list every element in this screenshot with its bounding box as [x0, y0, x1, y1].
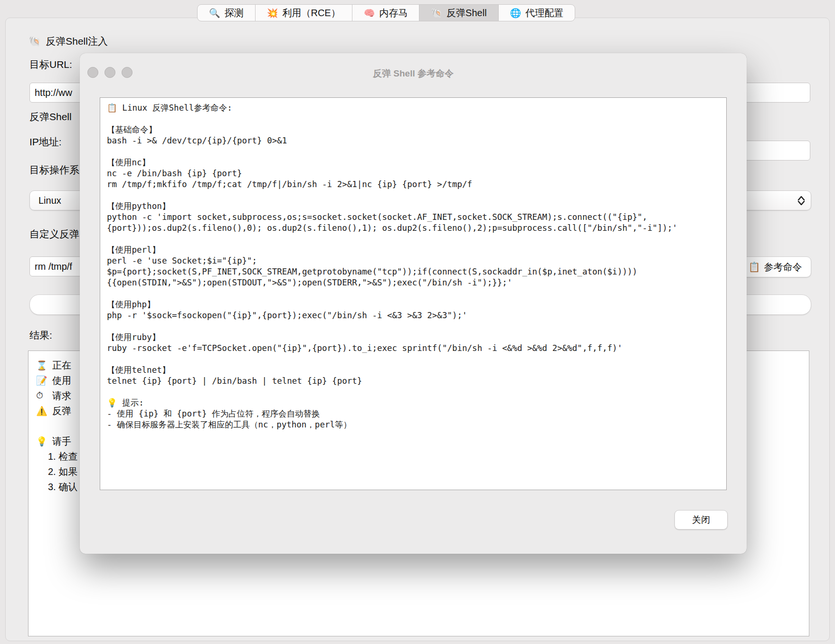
tab-exploit-rce[interactable]: 💥 利用（RCE） [255, 5, 352, 21]
tab-memory-shell[interactable]: 🧠 内存马 [352, 5, 419, 21]
reference-commands-button[interactable]: 📋 参考命令 [739, 256, 811, 277]
brain-icon: 🧠 [364, 8, 375, 19]
shell-icon: 🐚 [28, 36, 41, 47]
warning-icon: ⚠️ [36, 406, 52, 417]
target-os-label: 目标操作系 [29, 163, 79, 177]
tab-proxy-config[interactable]: 🌐 代理配置 [498, 5, 575, 21]
chevron-up-down-icon [797, 196, 805, 205]
tab-detect[interactable]: 🔍 探测 [198, 5, 255, 21]
dialog-titlebar[interactable]: 反弹 Shell 参考命令 [80, 53, 747, 85]
target-url-label: 目标URL: [29, 58, 72, 71]
tab-bar: 🔍 探测 💥 利用（RCE） 🧠 内存马 🐚 反弹Shell 🌐 代理配置 [197, 4, 575, 21]
page-title: 🐚 反弹Shell注入 [28, 35, 108, 48]
tab-reverse-shell[interactable]: 🐚 反弹Shell [419, 5, 498, 21]
stopwatch-icon: ⏱ [36, 390, 52, 401]
reference-commands-dialog: 反弹 Shell 参考命令 📋 Linux 反弹Shell参考命令: 【基础命令… [80, 53, 747, 554]
tab-label: 利用（RCE） [282, 7, 340, 19]
tab-label: 内存马 [379, 7, 408, 19]
listener-section-label: 反弹Shell [29, 110, 72, 123]
globe-icon: 🌐 [510, 8, 522, 19]
clipboard-icon: 📋 [749, 261, 760, 273]
hourglass-icon: ⌛ [36, 360, 52, 371]
magnifier-icon: 🔍 [209, 8, 220, 19]
dialog-title: 反弹 Shell 参考命令 [80, 67, 747, 80]
shell-icon: 🐚 [431, 8, 442, 19]
tab-label: 代理配置 [525, 7, 563, 19]
lightbulb-icon: 💡 [36, 436, 52, 447]
custom-command-label: 自定义反弹 [29, 227, 79, 241]
memo-icon: 📝 [36, 375, 52, 386]
tab-label: 探测 [225, 7, 244, 19]
commands-text: 📋 Linux 反弹Shell参考命令: 【基础命令】 bash -i >& /… [100, 98, 726, 435]
result-label: 结果: [29, 329, 52, 342]
os-selected-value: Linux [30, 195, 61, 206]
commands-textbox[interactable]: 📋 Linux 反弹Shell参考命令: 【基础命令】 bash -i >& /… [100, 97, 727, 490]
close-dialog-button[interactable]: 关闭 [674, 510, 728, 530]
tab-label: 反弹Shell [446, 7, 486, 19]
collision-icon: 💥 [267, 8, 278, 19]
ip-address-label: IP地址: [29, 135, 62, 149]
